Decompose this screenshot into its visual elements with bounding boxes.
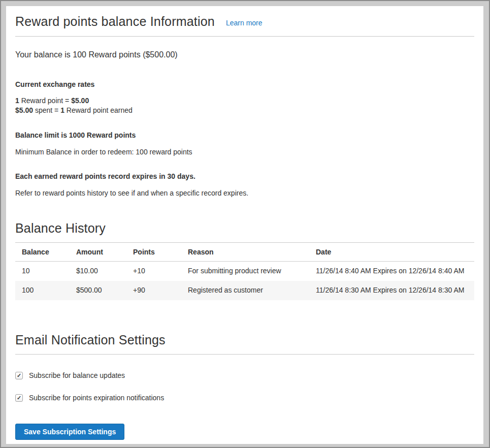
rate-currency-value: $5.00 [71,97,89,105]
page-header: Reward points balance Information Learn … [15,11,474,37]
subscribe-expiration-notifications-option: ✓ Subscribe for points expiration notifi… [15,394,474,402]
column-header-date: Date [309,243,474,262]
email-settings-heading: Email Notification Settings [15,333,474,355]
column-header-amount: Amount [70,243,126,262]
rate-currency-to-point: $5.00 spent = 1 Reward point earned [15,106,474,115]
rate-text: Reward point earned [64,106,133,114]
cell-reason: For submitting product review [181,262,309,281]
balance-summary: Your balance is 100 Reward points ($500.… [15,49,474,60]
rate-points-value: 1 [15,97,19,105]
cell-amount: $10.00 [70,262,126,281]
rate-points-value: 1 [60,106,64,114]
rate-currency-value: $5.00 [15,106,33,114]
expiration-note: Refer to reward points history to see if… [15,188,474,198]
rate-text: spent = [33,106,60,114]
table-header-row: Balance Amount Points Reason Date [15,243,474,262]
cell-balance: 100 [15,281,70,300]
table-row: 10 $10.00 +10 For submitting product rev… [15,262,474,281]
reward-points-panel: Reward points balance Information Learn … [6,6,483,444]
page-title: Reward points balance Information [15,14,215,29]
cell-date: 11/26/14 8:40 AM Expires on 12/26/14 8:4… [309,262,474,281]
column-header-points: Points [126,243,181,262]
save-subscription-settings-button[interactable]: Save Subscription Settings [15,424,124,440]
table-row: 100 $500.00 +90 Registered as customer 1… [15,281,474,300]
expiration-notifications-checkbox[interactable]: ✓ [15,394,23,402]
checkbox-label[interactable]: Subscribe for balance updates [29,371,125,379]
checkbox-label[interactable]: Subscribe for points expiration notifica… [29,394,164,402]
cell-points: +10 [126,262,181,281]
balance-history-table: Balance Amount Points Reason Date 10 $10… [15,243,474,300]
rate-point-to-currency: 1 Reward point = $5.00 [15,96,474,106]
balance-updates-checkbox[interactable]: ✓ [15,372,23,379]
exchange-rates: 1 Reward point = $5.00 $5.00 spent = 1 R… [15,96,474,115]
balance-limit: Balance limit is 1000 Reward points [15,131,474,140]
learn-more-link[interactable]: Learn more [226,19,263,27]
exchange-rates-heading: Current exchange rates [15,80,474,89]
cell-amount: $500.00 [70,281,126,300]
minimum-balance: Minimum Balance in order to redeem: 100 … [15,147,474,156]
subscribe-balance-updates-option: ✓ Subscribe for balance updates [15,371,474,379]
checkmark-icon: ✓ [17,372,21,379]
cell-reason: Registered as customer [181,281,309,300]
cell-date: 11/26/14 8:30 AM Expires on 12/26/14 8:3… [309,281,474,300]
column-header-reason: Reason [181,243,309,262]
checkmark-icon: ✓ [17,395,21,401]
column-header-balance: Balance [15,243,70,262]
expiration-rule: Each earned reward points record expires… [15,172,474,181]
cell-points: +90 [126,281,181,300]
rate-text: Reward point = [19,97,71,105]
balance-history-heading: Balance History [15,221,474,243]
cell-balance: 10 [15,262,70,281]
